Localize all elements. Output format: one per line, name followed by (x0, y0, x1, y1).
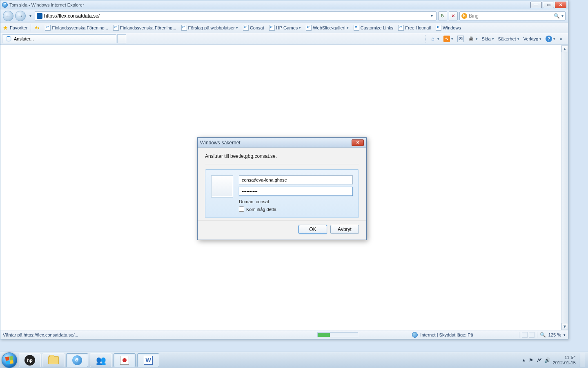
url-dropdown[interactable]: ▾ (431, 13, 433, 18)
taskbar-recorder-app[interactable] (114, 353, 136, 367)
security-zone-text[interactable]: Internet | Skyddat läge: På (420, 332, 473, 337)
bookmark-item[interactable]: Consat (241, 24, 266, 31)
cancel-button[interactable]: Avbryt (330, 225, 359, 234)
bookmark-item[interactable]: WebSlice-galleri▾ (304, 24, 350, 31)
chevron-down-icon[interactable]: ▾ (236, 26, 238, 30)
username-input[interactable] (239, 175, 353, 184)
taskbar-word[interactable]: W (137, 353, 159, 367)
remember-checkbox-row[interactable]: Kom ihåg detta (239, 206, 353, 212)
taskbar-explorer[interactable] (42, 353, 65, 367)
loading-spinner-icon (6, 36, 11, 42)
chevron-down-icon[interactable]: ▾ (553, 37, 555, 41)
bookmark-item[interactable]: Windows (434, 24, 463, 31)
clock[interactable]: 11:54 2012-01-15 (553, 355, 576, 366)
chevron-down-icon[interactable]: ▾ (347, 26, 349, 30)
scroll-up-button[interactable]: ▲ (561, 45, 568, 52)
bookmark-item[interactable]: HP Games▾ (267, 24, 303, 31)
chevron-down-icon[interactable]: ▾ (451, 37, 453, 41)
tools-menu[interactable]: Verktyg▾ (522, 36, 543, 42)
taskbar-hp-app[interactable]: hp (19, 353, 41, 367)
search-box[interactable]: b Bing 🔍 ▾ (459, 11, 566, 20)
safety-menu[interactable]: Säkerhet▾ (497, 36, 521, 42)
internet-zone-icon (412, 332, 418, 338)
divider (205, 164, 359, 164)
popup-blocker-icon[interactable] (529, 332, 535, 338)
grip-icon[interactable] (425, 35, 427, 43)
page-menu[interactable]: Sida▾ (480, 36, 496, 42)
home-button[interactable]: ⌂▾ (428, 35, 441, 43)
read-mail-button[interactable]: ✉ (456, 35, 466, 43)
folder-icon (48, 356, 59, 364)
taskbar-messenger[interactable]: 👥 (90, 353, 112, 367)
separator (537, 332, 537, 338)
favorites-label[interactable]: Favoriter (10, 25, 27, 30)
chevron-down-icon[interactable]: ▾ (476, 37, 478, 41)
dialog-title-bar[interactable]: Windows-säkerhet ✕ (198, 138, 366, 148)
zoom-level[interactable]: 125 % (548, 332, 561, 337)
menu-label: Sida (482, 36, 491, 41)
bookmark-item[interactable]: Customize Links (352, 24, 395, 31)
address-bar[interactable]: ▾ (35, 11, 437, 20)
toolbar-overflow[interactable]: » (558, 35, 564, 43)
maximize-button[interactable]: ▭ (543, 2, 554, 8)
home-icon: ⌂ (430, 36, 436, 42)
power-icon[interactable]: 🗲 (537, 357, 542, 363)
tray-overflow-button[interactable]: ▲ (522, 358, 526, 362)
remember-checkbox[interactable] (239, 206, 244, 212)
browser-tab[interactable]: Ansluter... (2, 34, 116, 43)
ok-button[interactable]: OK (298, 225, 327, 234)
back-button[interactable]: ← (3, 11, 13, 21)
feeds-button[interactable]: ∿▾ (442, 35, 455, 43)
nav-history-dropdown[interactable]: ▾ (27, 13, 33, 18)
bookmark-item[interactable]: Free Hotmail (396, 24, 432, 31)
scroll-down-button[interactable]: ▼ (561, 323, 568, 330)
mail-icon: ✉ (457, 36, 464, 42)
bookmark-item[interactable]: Förslag på webbplatser▾ (180, 24, 240, 31)
dialog-body: Ansluter till beetle.gbg.consat.se. Domä… (198, 148, 366, 220)
bookmark-item[interactable]: Finlandssvenska Förening... (111, 24, 178, 31)
zoom-dropdown[interactable]: ▾ (564, 333, 566, 337)
status-bar: Väntar på https://flex.consatdata.se/...… (0, 330, 568, 339)
show-desktop-button[interactable] (580, 353, 585, 367)
privacy-icon[interactable] (522, 332, 528, 338)
page-icon (306, 25, 312, 31)
progress-fill (318, 333, 330, 337)
search-icon[interactable]: 🔍 (554, 13, 560, 19)
refresh-button[interactable]: ↻ (438, 11, 447, 20)
password-input[interactable] (239, 187, 353, 196)
minimize-button[interactable]: — (530, 2, 542, 8)
print-button[interactable]: 🖶▾ (466, 35, 479, 43)
domain-label: Domän: consat (239, 199, 353, 204)
add-favorites-icon[interactable] (34, 25, 42, 31)
nav-bar: ← → ▾ ▾ ↻ ✕ b Bing 🔍 ▾ (0, 9, 568, 22)
search-dropdown[interactable]: ▾ (561, 13, 564, 18)
favorites-star-icon[interactable]: ★ (3, 25, 8, 31)
taskbar-internet-explorer[interactable] (66, 353, 88, 367)
page-icon (398, 25, 404, 31)
search-placeholder: Bing (469, 13, 479, 19)
bookmark-item[interactable]: Finlandssvenska Förening... (43, 24, 110, 31)
title-bar[interactable]: Tom sida - Windows Internet Explorer — ▭… (0, 0, 568, 9)
chevron-down-icon[interactable]: ▾ (299, 26, 301, 30)
action-center-icon[interactable]: ⚑ (528, 357, 534, 363)
chevron-down-icon: ▾ (517, 37, 519, 41)
window-title: Tom sida - Windows Internet Explorer (9, 2, 84, 7)
bookmark-label: Consat (250, 25, 264, 30)
chevron-down-icon: ▾ (492, 37, 494, 41)
stop-button[interactable]: ✕ (449, 11, 458, 20)
dialog-close-button[interactable]: ✕ (352, 139, 364, 146)
url-input[interactable] (44, 13, 429, 19)
start-button[interactable] (2, 352, 17, 368)
ie-icon (2, 2, 8, 8)
bookmark-label: Finlandssvenska Förening... (120, 25, 176, 30)
hp-icon: hp (24, 355, 35, 366)
zoom-icon[interactable]: 🔍 (540, 332, 546, 338)
close-button[interactable]: ✕ (555, 2, 566, 8)
volume-icon[interactable]: 🔊 (545, 357, 550, 363)
forward-button[interactable]: → (15, 11, 26, 21)
help-button[interactable]: ?▾ (544, 35, 557, 43)
chevron-down-icon[interactable]: ▾ (437, 37, 439, 41)
vertical-scrollbar[interactable]: ▲ ▼ (561, 45, 568, 330)
separator (519, 332, 519, 338)
new-tab-button[interactable] (117, 34, 126, 43)
